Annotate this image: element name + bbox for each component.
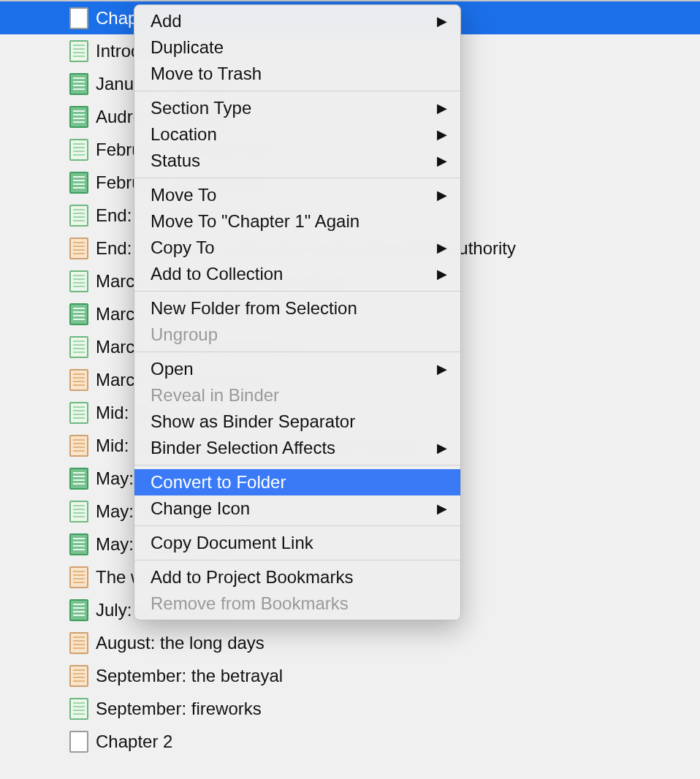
menu-item[interactable]: Duplicate <box>134 34 460 61</box>
menu-separator <box>134 91 460 91</box>
menu-item-label: Convert to Folder <box>151 472 286 493</box>
menu-item[interactable]: Convert to Folder <box>134 469 460 495</box>
menu-item-label: Open <box>151 359 194 379</box>
document-icon <box>69 336 88 358</box>
menu-item[interactable]: Location▶ <box>134 121 460 148</box>
chevron-right-icon: ▶ <box>437 153 447 169</box>
menu-separator <box>134 465 460 466</box>
menu-item[interactable]: Show as Binder Separator <box>134 408 460 435</box>
document-icon <box>69 73 88 95</box>
document-icon <box>69 205 88 227</box>
menu-item[interactable]: Add▶ <box>134 8 460 34</box>
document-icon <box>69 172 88 194</box>
context-menu: Add▶DuplicateMove to TrashSection Type▶L… <box>134 4 461 620</box>
menu-item-label: Binder Selection Affects <box>151 438 335 458</box>
document-icon <box>69 402 88 424</box>
menu-separator <box>134 291 460 292</box>
document-icon <box>69 501 88 522</box>
document-icon <box>69 533 88 555</box>
chevron-right-icon: ▶ <box>437 266 447 282</box>
menu-item[interactable]: Copy To▶ <box>134 235 460 261</box>
menu-item-label: Duplicate <box>151 37 224 58</box>
menu-item[interactable]: Section Type▶ <box>134 95 460 121</box>
menu-item[interactable]: Add to Project Bookmarks <box>134 564 460 590</box>
document-icon <box>69 369 88 391</box>
list-item[interactable]: August: the long days <box>0 626 700 659</box>
menu-item-label: Copy To <box>151 238 215 258</box>
menu-item-label: Reveal in Binder <box>151 385 279 406</box>
menu-item-label: New Folder from Selection <box>151 298 357 319</box>
menu-item[interactable]: Status▶ <box>134 148 460 174</box>
list-item-label: September: the betrayal <box>96 666 283 686</box>
chevron-right-icon: ▶ <box>437 240 447 256</box>
list-item-label: Chapter 2 <box>96 732 172 752</box>
chevron-right-icon: ▶ <box>437 126 447 142</box>
document-icon <box>69 139 88 161</box>
menu-separator <box>134 560 460 560</box>
menu-item[interactable]: Move To▶ <box>134 182 460 208</box>
document-icon <box>69 303 88 325</box>
menu-item[interactable]: Move to Trash <box>134 61 460 87</box>
menu-item[interactable]: Move To "Chapter 1" Again <box>134 208 460 235</box>
menu-item-label: Ungroup <box>151 324 218 345</box>
menu-item: Remove from Bookmarks <box>134 590 460 617</box>
document-icon <box>69 106 88 128</box>
menu-separator <box>134 525 460 526</box>
list-item[interactable]: September: the betrayal <box>0 659 700 692</box>
menu-item-label: Show as Binder Separator <box>151 411 355 432</box>
menu-item[interactable]: New Folder from Selection <box>134 295 460 322</box>
menu-item-label: Location <box>151 124 217 145</box>
document-icon <box>69 435 88 457</box>
document-icon <box>69 270 88 292</box>
chevron-right-icon: ▶ <box>437 440 447 456</box>
document-icon <box>69 40 88 62</box>
chevron-right-icon: ▶ <box>437 13 447 29</box>
menu-separator <box>134 352 460 352</box>
menu-item[interactable]: Add to Collection▶ <box>134 261 460 287</box>
menu-item-label: Add <box>151 11 182 31</box>
document-icon <box>69 698 88 720</box>
list-item-label: August: the long days <box>96 633 265 653</box>
document-icon <box>69 731 88 753</box>
document-icon <box>69 7 88 29</box>
menu-item-label: Section Type <box>151 98 251 118</box>
menu-item-label: Add to Project Bookmarks <box>151 567 353 588</box>
document-icon <box>69 566 88 588</box>
menu-item-label: Remove from Bookmarks <box>151 593 349 614</box>
menu-item-label: Move To <box>151 185 216 205</box>
menu-item: Ungroup <box>134 322 460 348</box>
menu-item: Reveal in Binder <box>134 382 460 408</box>
chevron-right-icon: ▶ <box>437 361 447 377</box>
menu-item[interactable]: Copy Document Link <box>134 530 460 556</box>
chevron-right-icon: ▶ <box>437 501 447 517</box>
document-icon <box>69 632 88 654</box>
menu-item-label: Copy Document Link <box>151 533 313 553</box>
chevron-right-icon: ▶ <box>437 100 447 116</box>
document-icon <box>69 238 88 259</box>
chevron-right-icon: ▶ <box>437 187 447 203</box>
menu-item[interactable]: Binder Selection Affects▶ <box>134 435 460 461</box>
menu-item-label: Move To "Chapter 1" Again <box>151 211 359 232</box>
menu-separator <box>134 178 460 178</box>
document-icon <box>69 599 88 621</box>
menu-item-label: Add to Collection <box>151 264 283 284</box>
document-icon <box>69 665 88 687</box>
menu-item[interactable]: Open▶ <box>134 356 460 382</box>
menu-item-label: Move to Trash <box>151 64 262 84</box>
list-item[interactable]: Chapter 2 <box>0 725 700 758</box>
menu-item[interactable]: Change Icon▶ <box>134 495 460 522</box>
document-icon <box>69 468 88 490</box>
list-item-label: September: fireworks <box>96 699 262 719</box>
menu-item-label: Status <box>151 151 200 171</box>
list-item[interactable]: September: fireworks <box>0 692 700 725</box>
menu-item-label: Change Icon <box>151 498 250 519</box>
